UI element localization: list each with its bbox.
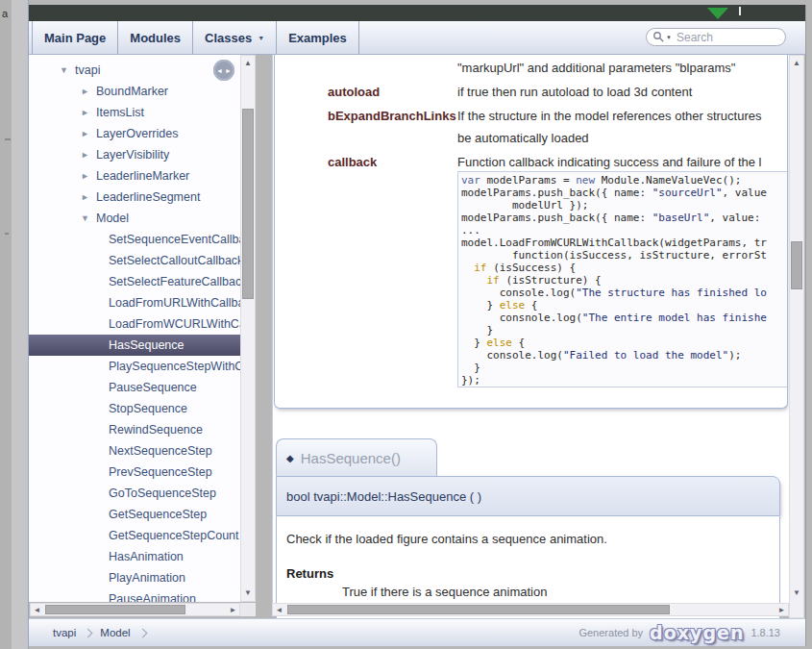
tree-item-setselectfeaturecallback[interactable]: SetSelectFeatureCallback xyxy=(29,271,240,292)
tree-item-leaderlinesegment[interactable]: ►LeaderlineSegment xyxy=(29,187,240,208)
tree-item-label: PrevSequenceStep xyxy=(109,465,212,479)
search-box[interactable]: ▼ Search xyxy=(646,28,786,46)
tree-item-pausesequence[interactable]: PauseSequence xyxy=(29,377,240,398)
scroll-right-arrow-icon[interactable]: ► xyxy=(775,604,788,615)
topbar-cursor-mark xyxy=(739,7,741,15)
code-segment: console.log( xyxy=(461,349,563,362)
content-vscroll-thumb[interactable] xyxy=(791,241,802,289)
tree-expand-icon[interactable]: ► xyxy=(81,87,96,96)
member-prototype: bool tvapi::Model::HasSequence ( ) xyxy=(276,476,780,516)
breadcrumb-item-tvapi[interactable]: tvapi xyxy=(53,627,76,638)
scroll-up-arrow-icon[interactable]: ▲ xyxy=(790,56,803,69)
member-title-label: HasSequence() xyxy=(301,450,401,466)
tab-label: Main Page xyxy=(44,31,106,45)
code-line: modelUrl }); xyxy=(461,199,787,212)
tree-item-getsequencestepcount[interactable]: GetSequenceStepCount xyxy=(29,525,240,546)
code-line: console.log("Failed to load the model"); xyxy=(461,349,787,362)
tree-item-nextsequencestep[interactable]: NextSequenceStep xyxy=(29,440,240,462)
tree-item-pauseanimation[interactable]: PauseAnimation xyxy=(29,588,240,602)
returns-text: True if there is a sequence animation xyxy=(342,585,547,599)
tree-item-playsequencestepwithcallback[interactable]: PlaySequenceStepWithCallback xyxy=(29,356,240,377)
code-line: modelParams.push_back({ name: "baseUrl",… xyxy=(461,212,787,224)
content-vertical-scrollbar[interactable]: ▲ ▼ xyxy=(789,55,804,618)
tree-item-label: PlayAnimation xyxy=(109,571,185,585)
tree-item-rewindsequence[interactable]: RewindSequence xyxy=(29,419,240,440)
tree-item-prevsequencestep[interactable]: PrevSequenceStep xyxy=(29,462,240,483)
breadcrumb-item-model[interactable]: Model xyxy=(100,627,130,638)
chrome-fragment-text: a xyxy=(2,8,8,19)
sidebar-horizontal-scrollbar[interactable]: ◄ ► xyxy=(30,603,240,616)
tree-item-loadfromurlwithcallback[interactable]: LoadFromURLWithCallback xyxy=(29,292,240,313)
code-segment: (isStructure) { xyxy=(505,274,601,287)
tree-item-gotosequencestep[interactable]: GoToSequenceStep xyxy=(29,483,240,504)
code-segment: "The entire model has finishe xyxy=(582,312,767,324)
tree-item-stopsequence[interactable]: StopSequence xyxy=(29,398,240,419)
tree-item-label: SetSelectFeatureCallback xyxy=(109,275,240,288)
browser-top-bar xyxy=(29,5,805,21)
sidebar-hscroll-thumb[interactable] xyxy=(45,605,185,614)
code-segment: (isSuccess) { xyxy=(493,262,576,274)
tree-expand-icon[interactable]: ► xyxy=(81,129,96,138)
code-line: consnole.log("The entire model has finis… xyxy=(461,312,787,324)
tree-expand-icon[interactable]: ► xyxy=(81,192,96,202)
tree-item-label: GoToSequenceStep xyxy=(109,487,216,500)
code-line: console.log("The structure has finished … xyxy=(461,287,787,299)
tree-expand-icon[interactable]: ► xyxy=(81,108,96,117)
tree-item-hasanimation[interactable]: HasAnimation xyxy=(29,546,240,567)
code-line: function(isSuccess, isStructure, errorSt xyxy=(461,249,787,262)
tree-item-boundmarker[interactable]: ►BoundMarker xyxy=(29,81,240,102)
tree-item-layervisibility[interactable]: ►LayerVisibility xyxy=(29,144,240,165)
tree-sync-icon[interactable]: ◄ ► xyxy=(213,60,234,81)
tree-item-label: Model xyxy=(96,212,129,225)
tree-collapse-icon[interactable]: ▼ xyxy=(60,65,75,75)
scroll-right-arrow-icon[interactable]: ► xyxy=(227,604,239,615)
tree-expand-icon[interactable]: ► xyxy=(81,150,96,160)
tree-item-leaderlinemarker[interactable]: ►LeaderlineMarker xyxy=(29,165,240,187)
tree-item-layeroverrides[interactable]: ►LayerOverrides xyxy=(29,123,240,144)
tab-classes[interactable]: Classes▼ xyxy=(193,21,277,54)
code-line: if (isSuccess) { xyxy=(461,262,787,274)
param-description-line: Function callback indicating success and… xyxy=(457,151,762,173)
tab-modules[interactable]: Modules xyxy=(118,21,193,54)
tree-item-model[interactable]: ▼Model xyxy=(29,208,240,229)
window-right-edge xyxy=(805,5,806,646)
code-segment: { xyxy=(512,337,525,349)
footer-bar: tvapiModel Generated by doxygen 1.8.13 xyxy=(29,618,805,646)
scroll-down-arrow-icon[interactable]: ▼ xyxy=(241,586,255,599)
content-horizontal-scrollbar[interactable]: ◄ ► xyxy=(272,603,789,616)
tab-main-page[interactable]: Main Page xyxy=(33,21,118,54)
tree-item-loadfromwcurlwithcallback[interactable]: LoadFromWCURLWithCallback xyxy=(29,313,240,335)
code-segment: modelUrl }); xyxy=(461,199,588,212)
code-segment: consnole.log( xyxy=(461,312,582,324)
code-segment: "The structure has finished lo xyxy=(576,287,767,299)
code-segment: } xyxy=(461,299,500,312)
content-hscroll-thumb[interactable] xyxy=(287,605,670,614)
code-segment: function(isSuccess, isStructure, errorSt xyxy=(461,249,767,262)
tree-item-hassequence[interactable]: HasSequence xyxy=(29,335,240,356)
tree-item-label: SetSelectCalloutCallback xyxy=(109,254,240,267)
tree-item-playanimation[interactable]: PlayAnimation xyxy=(29,567,240,588)
tree-item-getsequencestep[interactable]: GetSequenceStep xyxy=(29,504,240,525)
sidebar-vertical-scrollbar[interactable]: ▲ ▼ xyxy=(240,55,256,602)
code-segment: "baseUrl" xyxy=(652,212,710,224)
scroll-up-arrow-icon[interactable]: ▲ xyxy=(241,56,255,69)
tree-expand-icon[interactable]: ► xyxy=(81,171,96,181)
tree-item-setsequenceeventcallback[interactable]: SetSequenceEventCallback xyxy=(29,229,240,250)
permalink-diamond-icon[interactable]: ◆ xyxy=(286,453,294,463)
tree-item-setselectcalloutcallback[interactable]: SetSelectCalloutCallback xyxy=(29,250,240,271)
member-doc-block-previous: "markupUrl" and additional parameters "b… xyxy=(274,55,788,409)
tree-item-tvapi[interactable]: ▼tvapi xyxy=(29,60,240,81)
search-filter-arrow-icon[interactable]: ▼ xyxy=(666,35,672,40)
tab-examples[interactable]: Examples xyxy=(277,21,359,54)
doxygen-logo[interactable]: doxygen xyxy=(650,622,744,643)
tree-collapse-icon[interactable]: ▼ xyxy=(81,213,96,223)
sidebar-vscroll-thumb[interactable] xyxy=(242,109,254,299)
scroll-left-arrow-icon[interactable]: ◄ xyxy=(31,604,43,615)
scroll-down-arrow-icon[interactable]: ▼ xyxy=(790,586,803,599)
code-line: modelParams.push_back({ name: "sourceUrl… xyxy=(461,187,787,199)
tree-item-itemslist[interactable]: ►ItemsList xyxy=(29,102,240,123)
tab-label: Classes xyxy=(205,31,252,45)
code-line: } xyxy=(461,362,787,374)
scroll-left-arrow-icon[interactable]: ◄ xyxy=(273,604,285,615)
tree-item-label: PlaySequenceStepWithCallback xyxy=(109,360,240,373)
